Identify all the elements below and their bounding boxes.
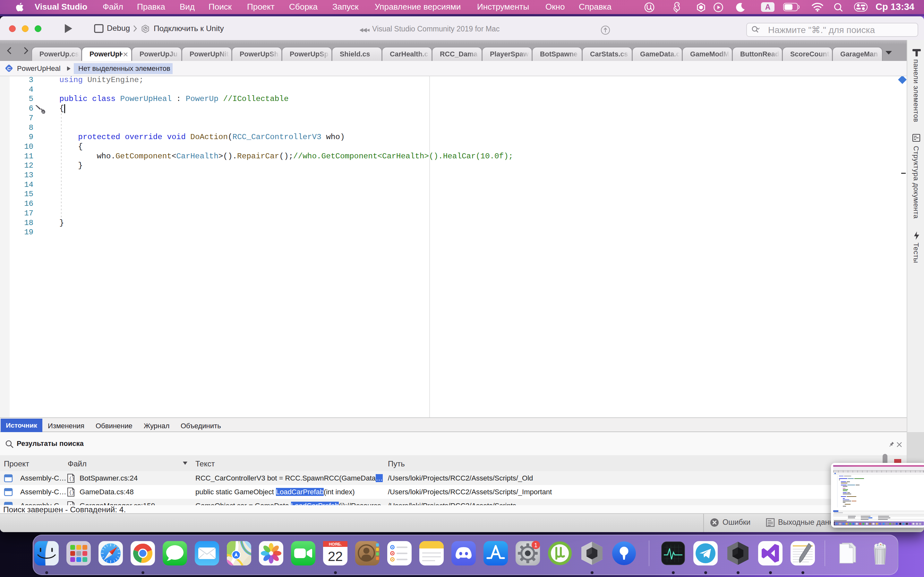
svg-text:22: 22 (328, 549, 343, 564)
svg-text:НОЯБ.: НОЯБ. (329, 542, 342, 546)
svg-text:{}: {} (69, 476, 74, 482)
svg-text:{}: {} (69, 490, 74, 495)
svg-text:1: 1 (534, 542, 537, 548)
svg-text:C: C (7, 66, 11, 71)
